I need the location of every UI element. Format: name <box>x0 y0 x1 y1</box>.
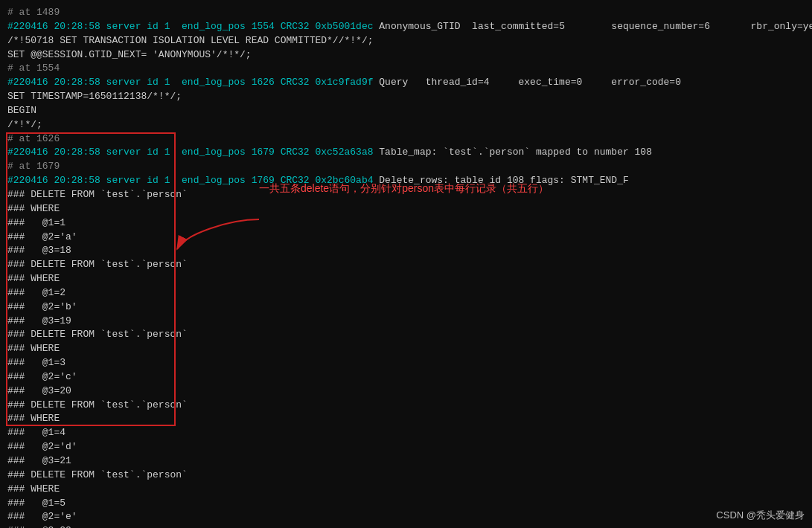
sql-delete-1-where: ### WHERE <box>7 202 805 216</box>
sql-delete-4-c1: ### @1=4 <box>7 426 805 440</box>
sql-delete-4-stmt: ### DELETE FROM `test`.`person` <box>7 399 805 413</box>
line-3: /*!50718 SET TRANSACTION ISOLATION LEVEL… <box>7 34 805 48</box>
line-5: # at 1554 <box>7 62 805 76</box>
sql-delete-5-c1: ### @1=5 <box>7 497 805 511</box>
terminal-window: # at 1489 #220416 20:28:58 server id 1 e… <box>0 0 812 528</box>
sql-delete-1-c1: ### @1=1 <box>7 216 805 231</box>
line-4: SET @@SESSION.GTID_NEXT= 'ANONYMOUS'/*!*… <box>7 48 805 62</box>
line-12: # at 1679 <box>7 160 805 174</box>
line-10: # at 1626 <box>7 132 805 147</box>
sql-delete-5-where: ### WHERE <box>7 483 805 497</box>
sql-delete-3-where: ### WHERE <box>7 342 805 356</box>
sql-delete-2-c1: ### @1=2 <box>7 286 805 300</box>
sql-delete-4-c2: ### @2='d' <box>7 440 805 454</box>
sql-delete-5-c3: ### @3=22 <box>7 524 805 528</box>
line-8: BEGIN <box>7 104 805 118</box>
sql-delete-3-c2: ### @2='c' <box>7 370 805 384</box>
line-6: #220416 20:28:58 server id 1 end_log_pos… <box>7 76 805 90</box>
line-1: # at 1489 <box>7 6 805 20</box>
sql-delete-3-stmt: ### DELETE FROM `test`.`person` <box>7 328 805 342</box>
line-9: /*!*/; <box>7 118 805 132</box>
line-11: #220416 20:28:58 server id 1 end_log_pos… <box>7 146 805 160</box>
sql-delete-2-stmt: ### DELETE FROM `test`.`person` <box>7 258 805 272</box>
sql-delete-4-where: ### WHERE <box>7 412 805 426</box>
sql-delete-3-c3: ### @3=20 <box>7 384 805 399</box>
sql-delete-3-c1: ### @1=3 <box>7 356 805 370</box>
sql-delete-5-c2: ### @2='e' <box>7 510 805 524</box>
sql-delete-5-stmt: ### DELETE FROM `test`.`person` <box>7 469 805 483</box>
sql-delete-1-c2: ### @2='a' <box>7 231 805 245</box>
sql-delete-1-stmt: ### DELETE FROM `test`.`person` <box>7 188 805 202</box>
sql-delete-2-c3: ### @3=19 <box>7 315 805 329</box>
terminal-content: # at 1489 #220416 20:28:58 server id 1 e… <box>7 6 805 528</box>
sql-delete-1-c3: ### @3=18 <box>7 244 805 258</box>
sql-delete-2-c2: ### @2='b' <box>7 300 805 315</box>
line-13: #220416 20:28:58 server id 1 end_log_pos… <box>7 174 805 188</box>
sql-delete-4-c3: ### @3=21 <box>7 454 805 469</box>
branding-label: CSDN @秃头爱健身 <box>716 509 805 522</box>
line-2: #220416 20:28:58 server id 1 end_log_pos… <box>7 20 805 34</box>
line-7: SET TIMESTAMP=1650112138/*!*/; <box>7 90 805 104</box>
sql-delete-2-where: ### WHERE <box>7 272 805 286</box>
